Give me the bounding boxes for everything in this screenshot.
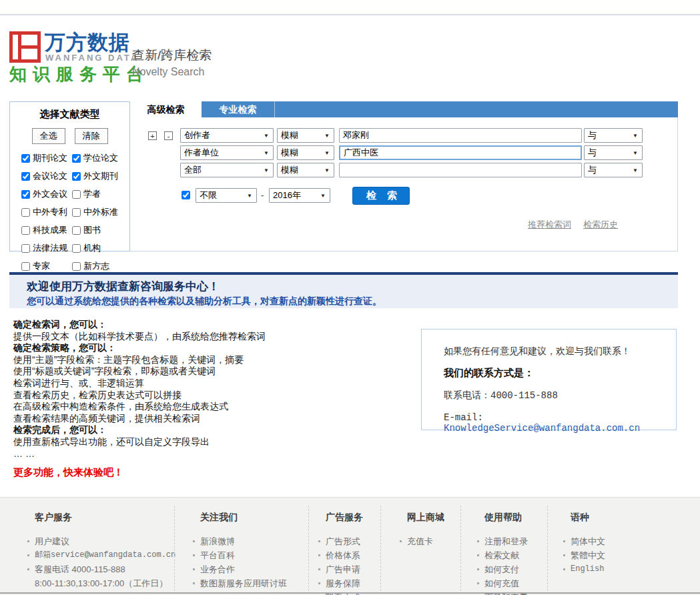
footer-link[interactable]: 广告申请	[318, 562, 363, 576]
chevron-down-icon: ▼	[324, 150, 330, 156]
footer-link[interactable]: 广告形式	[318, 534, 363, 548]
match-select-row2[interactable]: 模糊▼	[277, 145, 334, 160]
bullet-icon	[477, 568, 479, 570]
tab-professional-search[interactable]: 专业检索	[202, 101, 275, 117]
tab-advanced-search[interactable]: 高级检索	[130, 101, 202, 117]
bullet-icon	[318, 568, 320, 570]
checkbox[interactable]	[72, 262, 81, 271]
doctype-checkbox-scholar[interactable]: 学者	[72, 188, 128, 200]
remove-row-button[interactable]: -	[164, 131, 173, 140]
chevron-down-icon: ▼	[264, 167, 269, 173]
footer-divider	[174, 506, 175, 591]
doctype-checkbox-achievement[interactable]: 科技成果	[21, 224, 72, 236]
search-history-link[interactable]: 检索历史	[583, 219, 618, 231]
logic-select-row1[interactable]: 与▼	[584, 128, 643, 143]
doctype-checkbox-conference[interactable]: 会议论文	[21, 170, 72, 182]
contact-box: 如果您有任何意见和建议，欢迎与我们联系！ 我们的联系方式是： 联系电话：4000…	[421, 329, 677, 430]
search-section: 选择文献类型 全选 清除 期刊论文 学位论文 会议论文 外文期刊 外文会议 学者…	[9, 101, 678, 251]
checkbox[interactable]	[21, 172, 30, 181]
doctype-checkbox-gazetteer[interactable]: 新方志	[72, 260, 128, 272]
bullet-icon	[477, 540, 479, 542]
search-tabbar: 高级检索 专业检索	[130, 101, 678, 117]
doctype-checkbox-institution[interactable]: 机构	[72, 242, 128, 254]
footer-link[interactable]: 如何支付	[477, 562, 528, 576]
clear-button[interactable]: 清除	[75, 128, 108, 144]
bullet-icon	[477, 582, 479, 584]
footer-link[interactable]: 如何充值	[477, 576, 528, 590]
footer-link[interactable]: 简体中文	[563, 534, 605, 548]
footer-link[interactable]: 价格体系	[318, 548, 363, 562]
footer-link[interactable]: English	[563, 562, 605, 576]
checkbox[interactable]	[21, 226, 30, 235]
checkbox[interactable]	[72, 208, 81, 217]
help-line: 提供一段文本（比如科学技术要点），由系统给您推荐检索词	[13, 331, 414, 343]
footer-link[interactable]: 新浪微博	[193, 534, 287, 548]
footer-link[interactable]: 用户建议	[27, 534, 176, 548]
contact-intro: 如果您有任何意见和建议，欢迎与我们联系！	[444, 346, 669, 358]
doctype-checkbox-standard[interactable]: 中外标准	[72, 206, 128, 218]
footer-column-title: 语种	[571, 512, 605, 524]
footer-link[interactable]: 繁體中文	[563, 548, 605, 562]
logic-select-row2[interactable]: 与▼	[584, 145, 643, 160]
field-select-row2[interactable]: 作者单位▼	[180, 145, 274, 160]
match-select-row3[interactable]: 模糊▼	[277, 163, 334, 177]
checkbox[interactable]	[21, 154, 30, 163]
footer-link[interactable]: 数图新服务应用研讨班	[193, 576, 287, 590]
doctype-checkbox-foreign-conference[interactable]: 外文会议	[21, 188, 72, 200]
footer-column-customer-service: 客户服务 用户建议 邮箱service@wanfangdata.com.cn 客…	[27, 498, 176, 590]
field-select-row1[interactable]: 创作者▼	[180, 128, 274, 143]
search-term-input-row2[interactable]	[339, 145, 582, 160]
footer-link[interactable]: 客服电话 4000-115-888	[27, 562, 176, 576]
email-link[interactable]: KnowledgeService@wanfangdata.com.cn	[444, 423, 640, 434]
date-range-separator: -	[261, 190, 264, 200]
footer-link[interactable]: 注册和登录	[477, 534, 528, 548]
footer-divider	[460, 506, 461, 591]
doctype-checkbox-thesis[interactable]: 学位论文	[72, 152, 128, 164]
help-line: 检索完成后，您可以：	[13, 424, 414, 436]
select-all-button[interactable]: 全选	[32, 128, 65, 144]
suggested-terms-link[interactable]: 推荐检索词	[528, 219, 571, 231]
chevron-down-icon: ▼	[247, 193, 252, 199]
chevron-down-icon: ▼	[633, 150, 638, 156]
footer-text-hours: 8:00-11:30,13:00-17:00（工作日）	[27, 576, 176, 590]
search-button[interactable]: 检 索	[352, 187, 410, 205]
help-line: 使用“主题”字段检索：主题字段包含标题，关键词，摘要	[13, 354, 414, 366]
footer-link[interactable]: 业务合作	[193, 562, 287, 576]
logic-select-row3[interactable]: 与▼	[584, 163, 643, 177]
help-line: 查看检索结果的高频关键词，提供相关检索词	[13, 413, 414, 425]
search-term-input-row3[interactable]	[339, 163, 582, 177]
checkbox[interactable]	[72, 244, 81, 253]
match-select-row1[interactable]: 模糊▼	[277, 128, 334, 143]
footer-link[interactable]: 充值卡	[400, 534, 444, 548]
footer-link[interactable]: 检索文献	[477, 548, 528, 562]
doctype-checkbox-foreign-journal[interactable]: 外文期刊	[72, 170, 128, 182]
help-line: 检索词进行与、或、非逻辑运算	[13, 378, 414, 390]
checkbox[interactable]	[21, 190, 30, 199]
checkbox[interactable]	[21, 262, 30, 271]
search-term-input-row1[interactable]	[339, 128, 582, 143]
date-range-checkbox[interactable]	[182, 191, 190, 199]
doctype-checkbox-journal[interactable]: 期刊论文	[21, 152, 72, 164]
doctype-checkbox-patent[interactable]: 中外专利	[21, 206, 72, 218]
checkbox[interactable]	[21, 244, 30, 253]
doctype-checkbox-book[interactable]: 图书	[72, 224, 128, 236]
footer-link[interactable]: 邮箱service@wanfangdata.com.cn	[27, 548, 176, 562]
checkbox[interactable]	[72, 172, 81, 181]
email-label: E-mail:	[444, 412, 483, 423]
footer-link[interactable]: 服务保障	[318, 576, 363, 590]
bullet-icon	[193, 540, 195, 542]
footer-link[interactable]: 平台百科	[193, 548, 287, 562]
brand-name-en: WANFANG DATA	[45, 53, 139, 63]
checkbox[interactable]	[72, 154, 81, 163]
date-to-select[interactable]: 2016年▼	[269, 188, 330, 203]
add-row-button[interactable]: +	[148, 131, 157, 140]
checkbox[interactable]	[72, 226, 81, 235]
date-from-select[interactable]: 不限▼	[196, 188, 257, 203]
checkbox[interactable]	[21, 208, 30, 217]
field-select-row3[interactable]: 全部▼	[180, 163, 274, 177]
wanfang-logo-icon[interactable]	[9, 31, 41, 63]
doctype-checkbox-law[interactable]: 法律法规	[21, 242, 72, 254]
doctype-checkbox-expert[interactable]: 专家	[21, 260, 72, 272]
checkbox[interactable]	[72, 190, 81, 199]
help-line: 使用查新格式导出功能，还可以自定义字段导出	[13, 436, 414, 448]
